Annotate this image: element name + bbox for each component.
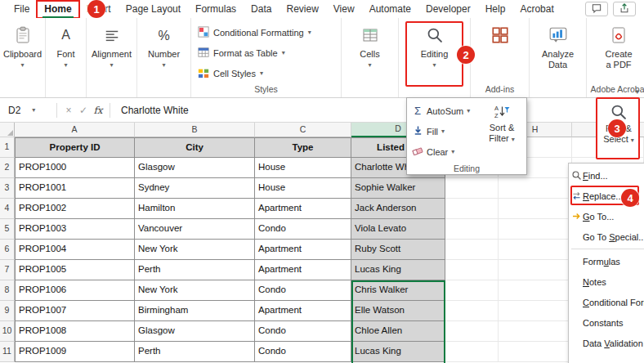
row-header-4[interactable]: 4 (0, 199, 15, 219)
cell[interactable] (445, 260, 499, 280)
menu-item-constants[interactable]: Constants (569, 312, 644, 333)
cell-styles-button[interactable]: Cell Styles ▾ (191, 63, 341, 83)
tab-file[interactable]: File (7, 1, 37, 18)
row-header-1[interactable]: 1 (0, 137, 15, 158)
cell-D11[interactable]: Lucas King (351, 342, 445, 362)
chevron-down-icon[interactable]: ▾ (451, 149, 454, 155)
column-header-b[interactable]: B (135, 123, 255, 137)
menu-item-data-validation[interactable]: Data Validation (569, 333, 644, 353)
chevron-down-icon[interactable]: ▾ (441, 128, 445, 135)
cell-C10[interactable]: Condo (255, 321, 351, 342)
cell-C6[interactable]: Apartment (255, 240, 351, 260)
cell[interactable] (499, 301, 572, 321)
autosum-button[interactable]: Σ AutoSum ▾ (407, 101, 479, 121)
tab-acrobat[interactable]: Acrobat (512, 1, 561, 18)
cell-B2[interactable]: Glasgow (135, 158, 255, 178)
cell-B6[interactable]: New York (135, 240, 255, 260)
cell-D7[interactable]: Lucas King (351, 260, 445, 280)
menu-item-conditional-formatting[interactable]: Conditional Formatting (569, 292, 644, 312)
cell[interactable] (445, 280, 499, 301)
tab-help[interactable]: Help (478, 1, 513, 18)
menu-item-formulas[interactable]: Formulas (569, 251, 644, 271)
cell-A6[interactable]: PROP1004 (15, 240, 135, 260)
tab-data[interactable]: Data (244, 1, 279, 18)
cell-B9[interactable]: Birmingham (135, 301, 255, 321)
cell[interactable] (445, 240, 499, 260)
cell[interactable] (499, 178, 572, 199)
cell[interactable] (445, 178, 499, 199)
tab-formulas[interactable]: Formulas (188, 1, 244, 18)
cell-C9[interactable]: Apartment (255, 301, 351, 321)
row-header-7[interactable]: 7 (0, 260, 15, 280)
cell-C2[interactable]: House (255, 158, 351, 178)
collapse-ribbon-icon[interactable]: ▾ (635, 87, 639, 96)
row-header-9[interactable]: 9 (0, 301, 15, 321)
cell-C7[interactable]: Apartment (255, 260, 351, 280)
menu-item-go-to[interactable]: Go To... (569, 206, 644, 226)
row-header-2[interactable]: 2 (0, 158, 15, 178)
cell[interactable] (499, 321, 572, 342)
cell[interactable] (499, 280, 572, 301)
cell[interactable] (499, 219, 572, 240)
insert-function-icon[interactable]: fx (91, 105, 105, 116)
cell-D5[interactable]: Viola Levato (351, 219, 445, 240)
cell[interactable] (445, 342, 499, 362)
cell-B4[interactable]: Hamilton (135, 199, 255, 219)
cell-A10[interactable]: PROP1008 (15, 321, 135, 342)
cell-B10[interactable]: Glasgow (135, 321, 255, 342)
cell-C3[interactable]: House (255, 178, 351, 199)
conditional-formatting-button[interactable]: Conditional Formatting ▾ (191, 22, 341, 43)
cell-C11[interactable]: Condo (255, 342, 351, 362)
menu-item-notes[interactable]: Notes (569, 271, 644, 292)
fill-button[interactable]: Fill ▾ (407, 121, 479, 141)
cell-B7[interactable]: Perth (135, 260, 255, 280)
create-pdf-button[interactable]: Create a PDF (587, 18, 644, 70)
cell-D9[interactable]: Elle Watson (351, 301, 445, 321)
select-all-corner[interactable] (0, 123, 15, 137)
cell-A9[interactable]: PROP1007 (15, 301, 135, 321)
analyze-data-button[interactable]: Analyze Data (530, 18, 586, 70)
cancel-icon[interactable]: × (61, 105, 76, 116)
tab-view[interactable]: View (326, 1, 362, 18)
row-header-3[interactable]: 3 (0, 178, 15, 199)
cell-B11[interactable]: Perth (135, 342, 255, 362)
tab-page-layout[interactable]: Page Layout (119, 1, 188, 18)
cell[interactable] (445, 321, 499, 342)
alignment-button[interactable]: Alignment ▾ (87, 18, 136, 69)
column-header-c[interactable]: C (255, 123, 351, 137)
cell[interactable] (445, 219, 499, 240)
tab-developer[interactable]: Developer (418, 1, 478, 18)
column-header-a[interactable]: A (15, 123, 135, 137)
enter-icon[interactable]: ✓ (76, 105, 91, 116)
cell[interactable] (499, 240, 572, 260)
format-as-table-button[interactable]: Format as Table ▾ (191, 43, 341, 63)
row-header-5[interactable]: 5 (0, 219, 15, 240)
cell-D8[interactable]: Chris Walker (351, 280, 445, 301)
row-header-11[interactable]: 11 (0, 342, 15, 362)
tab-home[interactable]: Home (37, 1, 78, 18)
cell-A8[interactable]: PROP1006 (15, 280, 135, 301)
chevron-down-icon[interactable]: ▾ (467, 108, 470, 114)
menu-item-find[interactable]: Find... (569, 165, 644, 186)
cell-D10[interactable]: Chloe Allen (351, 321, 445, 342)
cell[interactable] (499, 199, 572, 219)
number-button[interactable]: % Number ▾ (137, 18, 190, 69)
tab-review[interactable]: Review (279, 1, 325, 18)
cell-A1[interactable]: Property ID (15, 137, 135, 158)
cell[interactable] (499, 260, 572, 280)
cell-D4[interactable]: Jack Anderson (351, 199, 445, 219)
cell-D3[interactable]: Sophie Walker (351, 178, 445, 199)
cell-B1[interactable]: City (135, 137, 255, 158)
tab-automate[interactable]: Automate (362, 1, 418, 18)
cell-C1[interactable]: Type (255, 137, 351, 158)
cell-A7[interactable]: PROP1005 (15, 260, 135, 280)
cell[interactable] (445, 301, 499, 321)
cell-A4[interactable]: PROP1002 (15, 199, 135, 219)
chevron-down-icon[interactable]: ▾ (32, 107, 35, 114)
cell[interactable] (499, 342, 572, 362)
cell-C4[interactable]: Apartment (255, 199, 351, 219)
cell-C5[interactable]: Condo (255, 219, 351, 240)
clipboard-button[interactable]: Clipboard ▾ (0, 18, 45, 69)
name-box[interactable]: D2 ▾ (0, 105, 52, 116)
cell-A3[interactable]: PROP1001 (15, 178, 135, 199)
